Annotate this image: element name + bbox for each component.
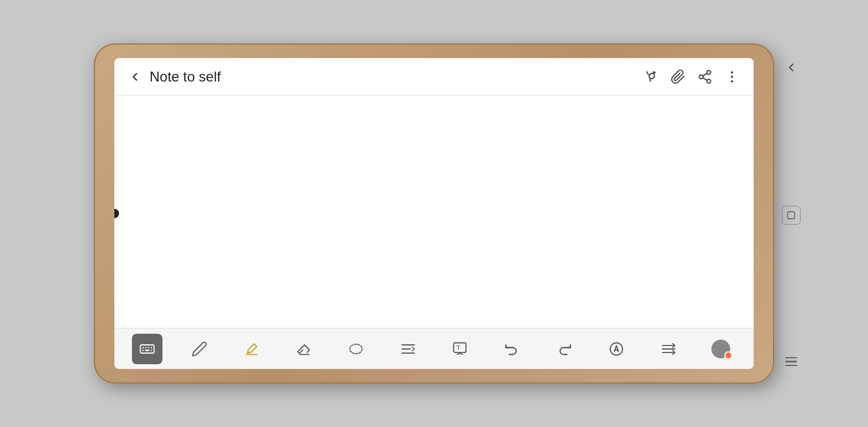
keyboard-tool-button[interactable] <box>132 334 162 364</box>
svg-point-7 <box>731 76 733 78</box>
svg-point-6 <box>731 71 733 73</box>
redo-button[interactable] <box>549 334 579 364</box>
menu-lines[interactable] <box>785 357 797 367</box>
menu-line-1 <box>785 357 797 359</box>
page-title: Note to self <box>150 69 639 85</box>
home-icon <box>786 210 796 221</box>
top-bar: Note to self <box>114 58 754 96</box>
highlighter-icon <box>243 341 260 357</box>
pen-tool-button[interactable] <box>184 334 215 364</box>
pen-icon <box>191 341 208 357</box>
bottom-toolbar: T <box>114 328 754 369</box>
eraser-tool-button[interactable] <box>289 334 319 364</box>
text-handwriting-icon: T <box>452 341 468 357</box>
menu-line-2 <box>785 361 797 362</box>
undo-button[interactable] <box>497 334 527 364</box>
svg-point-17 <box>350 344 362 353</box>
spell-check-button[interactable] <box>601 334 632 364</box>
phone-frame: Note to self <box>94 43 774 384</box>
text-align-icon <box>400 341 416 357</box>
right-nav <box>777 43 806 384</box>
right-back-button[interactable] <box>785 61 798 74</box>
text-format-button[interactable] <box>653 334 684 364</box>
svg-point-8 <box>731 80 733 82</box>
lasso-icon <box>348 341 364 357</box>
highlighter-tool-button[interactable] <box>236 334 267 364</box>
phone-screen: Note to self <box>114 58 754 369</box>
svg-text:T: T <box>457 344 461 351</box>
lasso-tool-button[interactable] <box>341 334 371 364</box>
attach-icon <box>670 69 686 84</box>
eraser-icon <box>296 341 312 357</box>
undo-icon <box>504 341 520 357</box>
more-button[interactable] <box>720 65 744 89</box>
share-button[interactable] <box>693 65 717 89</box>
svg-rect-9 <box>141 345 154 353</box>
back-button[interactable] <box>124 66 146 88</box>
color-accent-dot <box>724 351 733 360</box>
home-button[interactable] <box>782 206 801 225</box>
attach-button[interactable] <box>666 65 690 89</box>
text-format-icon <box>660 341 677 357</box>
share-icon <box>697 69 713 84</box>
draw-button[interactable] <box>639 65 663 89</box>
text-align-tool-button[interactable] <box>393 334 423 364</box>
svg-line-5 <box>703 73 707 76</box>
draw-icon <box>643 69 659 84</box>
svg-rect-28 <box>788 212 795 219</box>
text-handwriting-tool-button[interactable]: T <box>445 334 475 364</box>
back-arrow-icon <box>128 70 141 83</box>
top-actions <box>639 65 744 89</box>
svg-line-4 <box>703 77 707 80</box>
more-icon <box>724 69 740 84</box>
right-back-icon <box>785 61 798 74</box>
note-area[interactable] <box>114 96 754 328</box>
redo-icon <box>556 341 572 357</box>
spell-check-icon <box>608 341 625 357</box>
menu-line-3 <box>785 365 797 367</box>
svg-point-23 <box>610 343 622 355</box>
keyboard-icon <box>139 341 155 357</box>
color-picker-button[interactable] <box>706 334 736 364</box>
